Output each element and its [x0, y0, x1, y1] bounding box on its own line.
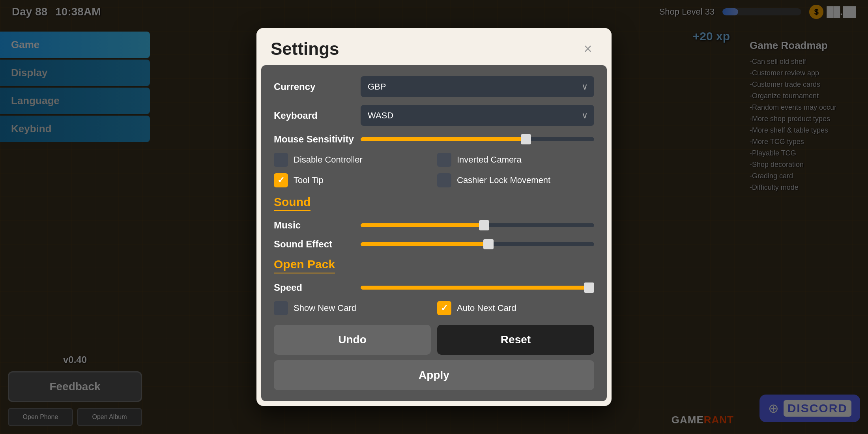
close-icon: × — [584, 41, 592, 57]
pack-checkboxes: Show New Card ✓ Auto Next Card — [274, 301, 594, 315]
settings-modal: Settings × Currency GBPUSDEUR ∨ Keyboard… — [256, 28, 612, 406]
cashier-lock-label: Cashier Lock Movement — [457, 175, 550, 185]
sound-effect-slider-fill — [361, 242, 494, 246]
modal-title: Settings — [271, 39, 339, 59]
music-slider-fill — [361, 223, 489, 227]
keyboard-row: Keyboard WASDARROWS ∨ — [274, 105, 594, 126]
currency-select[interactable]: GBPUSDEUR — [361, 76, 594, 97]
mouse-sensitivity-slider[interactable] — [361, 135, 594, 144]
settings-checkboxes: Disable Controller Inverted Camera ✓ Too… — [274, 153, 594, 187]
open-pack-section-title: Open Pack — [274, 258, 335, 273]
sound-effect-row: Sound Effect — [274, 239, 594, 250]
undo-button[interactable]: Undo — [274, 325, 431, 355]
tool-tip-checkbox[interactable]: ✓ — [274, 173, 288, 187]
show-new-card-label: Show New Card — [294, 303, 356, 313]
mouse-sensitivity-label: Mouse Sensitivity — [274, 134, 361, 145]
speed-row: Speed — [274, 282, 594, 293]
auto-next-card-checkbox[interactable]: ✓ — [437, 301, 451, 315]
sound-section-title: Sound — [274, 195, 311, 211]
tool-tip-label: Tool Tip — [294, 175, 324, 185]
speed-slider-thumb[interactable] — [584, 282, 594, 293]
inverted-camera-item: Inverted Camera — [437, 153, 594, 167]
auto-next-card-item: ✓ Auto Next Card — [437, 301, 594, 315]
music-slider[interactable] — [361, 221, 594, 230]
modal-close-button[interactable]: × — [578, 39, 597, 58]
keyboard-label: Keyboard — [274, 110, 361, 121]
music-slider-track — [361, 223, 594, 227]
keyboard-select[interactable]: WASDARROWS — [361, 105, 594, 126]
music-row: Music — [274, 220, 594, 231]
checkmark-icon: ✓ — [277, 175, 284, 185]
music-slider-thumb[interactable] — [479, 220, 489, 230]
sound-effect-slider-thumb[interactable] — [483, 239, 494, 249]
keyboard-select-wrapper: WASDARROWS ∨ — [361, 105, 594, 126]
currency-select-wrapper: GBPUSDEUR ∨ — [361, 76, 594, 97]
disable-controller-checkbox[interactable] — [274, 153, 288, 167]
speed-slider-fill — [361, 286, 594, 290]
inverted-camera-label: Inverted Camera — [457, 155, 522, 165]
speed-label: Speed — [274, 282, 361, 293]
auto-next-card-label: Auto Next Card — [457, 303, 516, 313]
inverted-camera-checkbox[interactable] — [437, 153, 451, 167]
action-buttons: Undo Reset — [274, 325, 594, 355]
tool-tip-item: ✓ Tool Tip — [274, 173, 431, 187]
sound-effect-slider[interactable] — [361, 239, 594, 249]
speed-slider[interactable] — [361, 283, 594, 292]
cashier-lock-checkbox[interactable] — [437, 173, 451, 187]
checkmark-icon: ✓ — [441, 303, 448, 313]
modal-header: Settings × — [256, 28, 612, 65]
open-pack-section-header: Open Pack — [274, 258, 594, 275]
music-label: Music — [274, 220, 361, 231]
currency-label: Currency — [274, 81, 361, 92]
disable-controller-item: Disable Controller — [274, 153, 431, 167]
currency-row: Currency GBPUSDEUR ∨ — [274, 76, 594, 97]
slider-thumb[interactable] — [521, 134, 531, 144]
slider-fill — [361, 137, 531, 141]
speed-slider-track — [361, 286, 594, 290]
slider-track — [361, 137, 594, 141]
sound-section-header: Sound — [274, 195, 594, 213]
cashier-lock-item: Cashier Lock Movement — [437, 173, 594, 187]
sound-effect-slider-track — [361, 242, 594, 246]
sound-effect-label: Sound Effect — [274, 239, 361, 250]
mouse-sensitivity-row: Mouse Sensitivity — [274, 134, 594, 145]
show-new-card-checkbox[interactable] — [274, 301, 288, 315]
apply-button[interactable]: Apply — [274, 360, 594, 390]
show-new-card-item: Show New Card — [274, 301, 431, 315]
reset-button[interactable]: Reset — [437, 325, 594, 355]
modal-body: Currency GBPUSDEUR ∨ Keyboard WASDARROWS… — [261, 65, 607, 401]
disable-controller-label: Disable Controller — [294, 155, 363, 165]
